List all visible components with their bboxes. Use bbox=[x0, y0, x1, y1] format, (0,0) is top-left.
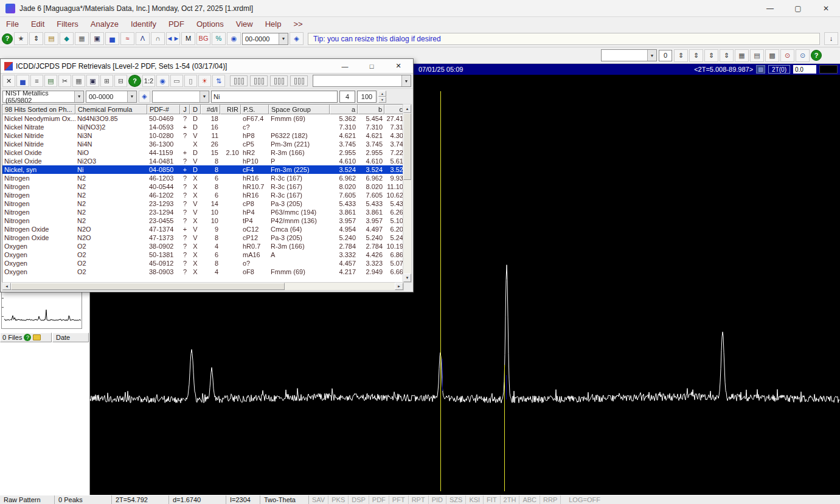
hit-row[interactable]: OxygenO245-0912?X8o?4.4573.3235.07 bbox=[2, 259, 403, 268]
offset-value-field[interactable]: 0.0 bbox=[793, 65, 816, 74]
lines-field[interactable] bbox=[339, 91, 355, 103]
help-icon[interactable]: ? bbox=[2, 33, 13, 44]
hit-row[interactable]: Nickel OxideNi2O314-0481?V8hP10P4.6104.6… bbox=[2, 157, 403, 165]
hit-row[interactable]: Nitrogen OxideN2O47-1374+V9oC12Cmca (64)… bbox=[2, 225, 403, 233]
pages-icon[interactable]: ⊟ bbox=[114, 75, 127, 87]
hit-row[interactable]: NitrogenN223-0455?X10tP4P42/mnm (136)3.9… bbox=[2, 216, 403, 225]
sun-icon[interactable]: ☀ bbox=[198, 75, 211, 87]
menu-options[interactable]: Options bbox=[190, 18, 230, 30]
pan-arrows-icon[interactable]: ◄► bbox=[166, 32, 180, 45]
help-icon[interactable]: ? bbox=[811, 50, 822, 61]
doc-outline-icon[interactable]: ▭ bbox=[170, 75, 183, 87]
chevron-down-icon[interactable]: ▼ bbox=[127, 91, 136, 102]
overlay-group-3[interactable] bbox=[270, 75, 288, 86]
chevron-down-icon[interactable]: ▼ bbox=[647, 50, 656, 61]
swap-updown-icon[interactable]: ⇅ bbox=[212, 75, 225, 87]
hit-row[interactable]: Nickel NitrateNi(NO3)214-0593+D16c?7.310… bbox=[2, 123, 403, 131]
horizontal-scrollbar[interactable]: ◄ ► bbox=[2, 282, 404, 291]
color-swatch[interactable] bbox=[819, 65, 838, 74]
hit-row[interactable]: OxygenO250-1381?X6mA16A3.3324.4266.86 bbox=[2, 250, 403, 259]
menu-identify[interactable]: Identify bbox=[125, 18, 162, 30]
report-icon[interactable]: ▤ bbox=[44, 75, 57, 87]
diamond-icon[interactable]: ◆ bbox=[60, 32, 74, 45]
smooth-curve-icon[interactable]: ∩ bbox=[151, 32, 165, 45]
column-header-b[interactable]: b bbox=[358, 105, 384, 114]
database-combo[interactable]: NIST Metallics (65/9802 ▼ bbox=[2, 91, 84, 103]
menu-view[interactable]: View bbox=[230, 18, 259, 30]
column-header-98hitssortedonph[interactable]: 98 Hits Sorted on Ph... bbox=[2, 105, 75, 114]
save-icon[interactable]: ▣ bbox=[86, 75, 99, 87]
close-button[interactable]: ✕ bbox=[812, 0, 840, 16]
chevron-down-icon[interactable]: ▼ bbox=[74, 91, 83, 102]
menu-pdf[interactable]: PDF bbox=[162, 18, 190, 30]
list-display-icon[interactable]: ▤ bbox=[750, 49, 764, 62]
record-icon[interactable]: ⊙ bbox=[780, 49, 794, 62]
globe-icon[interactable]: ◉ bbox=[156, 75, 169, 87]
column-header-d[interactable]: D bbox=[190, 105, 201, 114]
chart-icon[interactable]: ▅ bbox=[16, 75, 29, 87]
print-icon[interactable]: ▦ bbox=[72, 75, 85, 87]
column-header-rir[interactable]: RIR bbox=[220, 105, 241, 114]
minimize-button[interactable]: — bbox=[756, 0, 784, 16]
save-icon[interactable]: ▣ bbox=[90, 32, 104, 45]
overlay-group-1[interactable] bbox=[230, 75, 248, 86]
overlay-group-2[interactable] bbox=[250, 75, 268, 86]
doc-tall-icon[interactable]: ▯ bbox=[184, 75, 197, 87]
column-header-a[interactable]: a bbox=[330, 105, 358, 114]
scale-field[interactable] bbox=[357, 91, 377, 103]
chevron-down-icon[interactable]: ▼ bbox=[200, 91, 209, 102]
menu-analyze[interactable]: Analyze bbox=[85, 18, 125, 30]
profile-fit-icon[interactable]: Λ bbox=[136, 32, 150, 45]
dialog-minimize-button[interactable]: — bbox=[338, 61, 352, 72]
offset-field[interactable]: 0 bbox=[659, 50, 672, 61]
spin-up-icon[interactable]: ▲ bbox=[378, 91, 386, 97]
status-flag-pid[interactable]: PID bbox=[429, 495, 446, 504]
list-icon[interactable]: ≡ bbox=[30, 75, 43, 87]
peak-search-icon[interactable]: M bbox=[181, 32, 195, 45]
status-flag-sav[interactable]: SAV bbox=[309, 495, 328, 504]
pattern-thumbnail[interactable] bbox=[1, 291, 82, 329]
overlay-group-4[interactable] bbox=[290, 75, 308, 86]
pdf-number-combo[interactable]: 00-0000 ▼ bbox=[242, 33, 288, 45]
help-icon[interactable]: ? bbox=[24, 334, 31, 341]
scroll-left-icon[interactable]: ◄ bbox=[2, 283, 11, 290]
vertical-scroll-thumb[interactable] bbox=[403, 113, 411, 180]
range-spinner-3-icon[interactable]: ⇕ bbox=[704, 49, 718, 62]
menu-help[interactable]: Help bbox=[259, 18, 288, 30]
display-mode-icon[interactable]: ▨ bbox=[756, 65, 765, 74]
hit-row[interactable]: NitrogenN246-1203?X6hR16R-3c (167)6.9626… bbox=[2, 174, 403, 182]
file-list[interactable] bbox=[0, 342, 89, 495]
status-flag-rrp[interactable]: RRP bbox=[540, 495, 561, 504]
delete-x-icon[interactable]: ✕ bbox=[2, 75, 15, 87]
spin-down-icon[interactable]: ▼ bbox=[378, 97, 386, 103]
print-icon[interactable]: ▦ bbox=[75, 32, 89, 45]
target-icon[interactable]: ⊙ bbox=[796, 49, 810, 62]
cut-icon[interactable]: ✂ bbox=[58, 75, 71, 87]
overlay-combo[interactable]: ▼ bbox=[313, 75, 411, 87]
column-header-spacegroup[interactable]: Space Group bbox=[269, 105, 330, 114]
dialog-maximize-button[interactable]: □ bbox=[364, 61, 379, 72]
subfile-combo[interactable]: ▼ bbox=[152, 91, 209, 103]
folder-icon[interactable] bbox=[33, 334, 41, 340]
droplet-icon[interactable]: ◈ bbox=[139, 91, 150, 103]
range-spinner-4-icon[interactable]: ⇕ bbox=[720, 49, 734, 62]
status-flag-pks[interactable]: PKS bbox=[328, 495, 349, 504]
range-spinner-1-icon[interactable]: ⇕ bbox=[674, 49, 688, 62]
open-folder-icon[interactable]: ▤ bbox=[44, 32, 58, 45]
hit-row[interactable]: Nickel NitrideNi4N36-1300X26cP5Pm-3m (22… bbox=[2, 140, 403, 148]
search-input[interactable] bbox=[211, 91, 338, 103]
column-header-ps[interactable]: P.S. bbox=[241, 105, 269, 114]
droplet-icon[interactable]: ◈ bbox=[290, 32, 304, 45]
dialog-close-button[interactable]: ✕ bbox=[391, 61, 406, 72]
column-header-di[interactable]: #d/I bbox=[201, 105, 220, 114]
column-header-pdf[interactable]: PDF-# bbox=[147, 105, 180, 114]
grid-display-icon[interactable]: ▦ bbox=[735, 49, 749, 62]
vertical-scrollbar[interactable]: ▲ ▼ bbox=[403, 104, 412, 283]
percent-strip-icon[interactable]: % bbox=[212, 32, 226, 45]
scroll-down-icon[interactable]: ▼ bbox=[403, 274, 411, 282]
scroll-right-icon[interactable]: ► bbox=[395, 283, 403, 290]
status-flag-abc[interactable]: ABC bbox=[519, 495, 540, 504]
horizontal-scroll-thumb[interactable] bbox=[11, 283, 285, 290]
pointer-icon[interactable]: ★ bbox=[14, 32, 28, 45]
column-header-chemicalformula[interactable]: Chemical Formula bbox=[75, 105, 147, 114]
